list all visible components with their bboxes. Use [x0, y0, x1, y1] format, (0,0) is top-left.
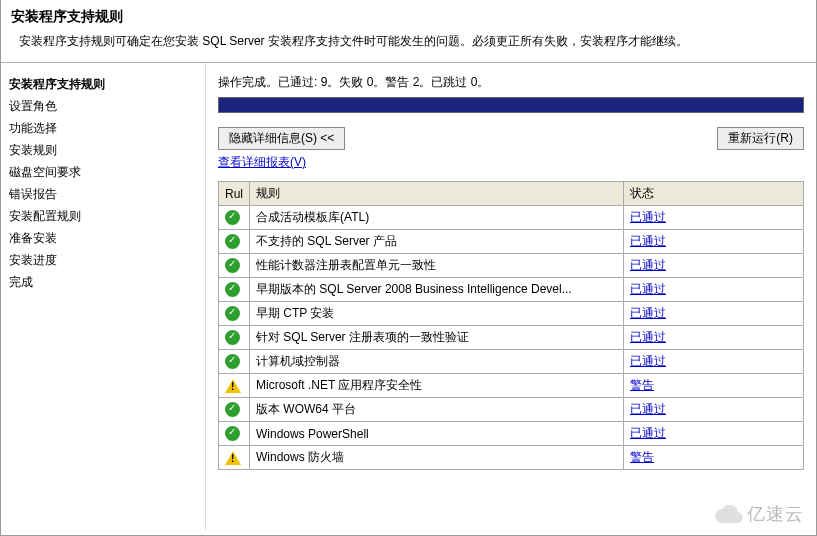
table-row: 版本 WOW64 平台已通过 — [219, 398, 804, 422]
status-link[interactable]: 已通过 — [630, 234, 666, 248]
pass-icon — [219, 326, 250, 350]
pass-icon — [219, 230, 250, 254]
col-header-icon[interactable]: Rul — [219, 182, 250, 206]
pass-icon — [219, 398, 250, 422]
table-row: Microsoft .NET 应用程序安全性警告 — [219, 374, 804, 398]
sidebar-item-4[interactable]: 磁盘空间要求 — [9, 161, 197, 183]
content: 安装程序支持规则设置角色功能选择安装规则磁盘空间要求错误报告安装配置规则准备安装… — [1, 63, 816, 530]
rule-name: 版本 WOW64 平台 — [250, 398, 624, 422]
status-link[interactable]: 警告 — [630, 378, 654, 392]
status-link[interactable]: 已通过 — [630, 282, 666, 296]
rule-name: 早期 CTP 安装 — [250, 302, 624, 326]
sidebar-item-6[interactable]: 安装配置规则 — [9, 205, 197, 227]
table-row: 针对 SQL Server 注册表项的一致性验证已通过 — [219, 326, 804, 350]
sidebar: 安装程序支持规则设置角色功能选择安装规则磁盘空间要求错误报告安装配置规则准备安装… — [1, 63, 206, 530]
table-row: 合成活动模板库(ATL)已通过 — [219, 206, 804, 230]
table-row: Windows 防火墙警告 — [219, 446, 804, 470]
warn-icon — [219, 446, 250, 470]
table-row: 计算机域控制器已通过 — [219, 350, 804, 374]
watermark: 亿速云 — [715, 502, 804, 526]
progress-bar — [218, 97, 804, 113]
status-link[interactable]: 已通过 — [630, 210, 666, 224]
pass-icon — [219, 254, 250, 278]
header: 安装程序支持规则 安装程序支持规则可确定在您安装 SQL Server 安装程序… — [1, 0, 816, 63]
hide-details-button[interactable]: 隐藏详细信息(S) << — [218, 127, 345, 150]
rule-name: Windows PowerShell — [250, 422, 624, 446]
col-header-rule[interactable]: 规则 — [250, 182, 624, 206]
rule-name: 计算机域控制器 — [250, 350, 624, 374]
status-link[interactable]: 已通过 — [630, 330, 666, 344]
status-link[interactable]: 已通过 — [630, 402, 666, 416]
rule-name: Microsoft .NET 应用程序安全性 — [250, 374, 624, 398]
sidebar-item-9[interactable]: 完成 — [9, 271, 197, 293]
rule-name: Windows 防火墙 — [250, 446, 624, 470]
sidebar-item-7[interactable]: 准备安装 — [9, 227, 197, 249]
rule-name: 性能计数器注册表配置单元一致性 — [250, 254, 624, 278]
sidebar-item-0[interactable]: 安装程序支持规则 — [9, 73, 197, 95]
status-text: 操作完成。已通过: 9。失败 0。警告 2。已跳过 0。 — [218, 73, 804, 91]
status-link[interactable]: 警告 — [630, 450, 654, 464]
pass-icon — [219, 422, 250, 446]
sidebar-item-1[interactable]: 设置角色 — [9, 95, 197, 117]
status-link[interactable]: 已通过 — [630, 258, 666, 272]
table-row: Windows PowerShell已通过 — [219, 422, 804, 446]
status-link[interactable]: 已通过 — [630, 306, 666, 320]
rules-table: Rul 规则 状态 合成活动模板库(ATL)已通过不支持的 SQL Server… — [218, 181, 804, 470]
table-row: 性能计数器注册表配置单元一致性已通过 — [219, 254, 804, 278]
warn-icon — [219, 374, 250, 398]
pass-icon — [219, 350, 250, 374]
pass-icon — [219, 206, 250, 230]
status-link[interactable]: 已通过 — [630, 426, 666, 440]
view-report-link[interactable]: 查看详细报表(V) — [218, 154, 306, 171]
sidebar-item-8[interactable]: 安装进度 — [9, 249, 197, 271]
pass-icon — [219, 302, 250, 326]
table-row: 早期版本的 SQL Server 2008 Business Intellige… — [219, 278, 804, 302]
rule-name: 不支持的 SQL Server 产品 — [250, 230, 624, 254]
page-title: 安装程序支持规则 — [11, 8, 806, 26]
col-header-status[interactable]: 状态 — [624, 182, 804, 206]
main-panel: 操作完成。已通过: 9。失败 0。警告 2。已跳过 0。 隐藏详细信息(S) <… — [206, 63, 816, 530]
cloud-icon — [715, 505, 743, 523]
sidebar-item-3[interactable]: 安装规则 — [9, 139, 197, 161]
rule-name: 针对 SQL Server 注册表项的一致性验证 — [250, 326, 624, 350]
rule-name: 早期版本的 SQL Server 2008 Business Intellige… — [250, 278, 624, 302]
rerun-button[interactable]: 重新运行(R) — [717, 127, 804, 150]
sidebar-item-5[interactable]: 错误报告 — [9, 183, 197, 205]
table-row: 不支持的 SQL Server 产品已通过 — [219, 230, 804, 254]
table-row: 早期 CTP 安装已通过 — [219, 302, 804, 326]
status-link[interactable]: 已通过 — [630, 354, 666, 368]
pass-icon — [219, 278, 250, 302]
sidebar-item-2[interactable]: 功能选择 — [9, 117, 197, 139]
rule-name: 合成活动模板库(ATL) — [250, 206, 624, 230]
page-description: 安装程序支持规则可确定在您安装 SQL Server 安装程序支持文件时可能发生… — [11, 32, 806, 50]
